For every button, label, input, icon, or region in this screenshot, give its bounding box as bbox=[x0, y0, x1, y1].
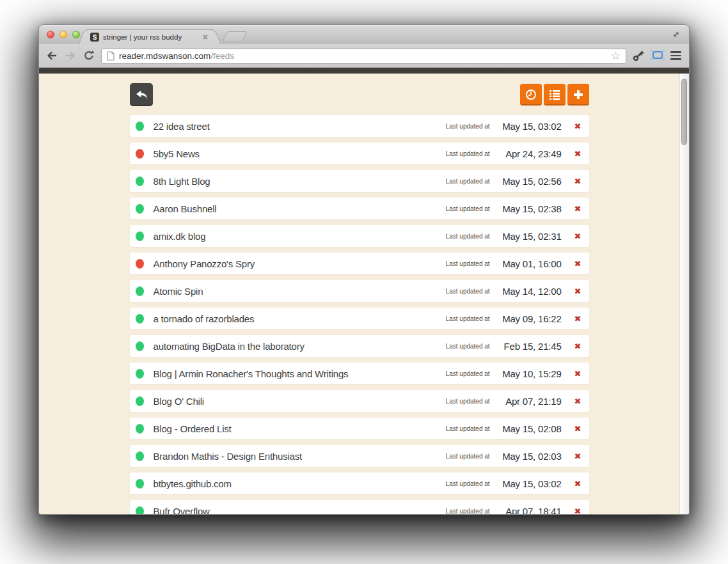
tab-title: stringer | your rss buddy bbox=[103, 33, 202, 41]
last-updated-label: Last updated at bbox=[446, 205, 490, 212]
traffic-lights bbox=[47, 31, 80, 38]
delete-feed-button[interactable]: ✖ bbox=[574, 480, 582, 488]
feed-row: Atomic Spin Last updated at May 14, 12:0… bbox=[130, 280, 589, 302]
feed-row: 22 idea street Last updated at May 15, 0… bbox=[130, 115, 589, 137]
last-updated-label: Last updated at bbox=[446, 508, 490, 515]
key-extension-icon[interactable] bbox=[632, 49, 645, 62]
last-updated-label: Last updated at bbox=[446, 260, 490, 267]
back-to-reader-button[interactable] bbox=[130, 83, 153, 106]
feed-status-dot bbox=[136, 176, 144, 186]
stringer-page: 22 idea street Last updated at May 15, 0… bbox=[39, 68, 689, 515]
feed-status-dot bbox=[136, 396, 144, 406]
delete-feed-button[interactable]: ✖ bbox=[574, 150, 582, 158]
delete-feed-button[interactable]: ✖ bbox=[574, 122, 582, 130]
tab-close-icon[interactable]: × bbox=[202, 33, 209, 42]
delete-feed-button[interactable]: ✖ bbox=[574, 287, 582, 295]
page-scrollbar[interactable] bbox=[679, 74, 689, 515]
delete-feed-button[interactable]: ✖ bbox=[574, 232, 582, 240]
last-updated-label: Last updated at bbox=[446, 343, 490, 350]
add-feed-button[interactable] bbox=[567, 84, 589, 106]
bookmark-star-icon[interactable]: ☆ bbox=[611, 51, 621, 61]
last-updated-date: May 15, 03:02 bbox=[498, 478, 562, 489]
feed-list: 22 idea street Last updated at May 15, 0… bbox=[130, 115, 589, 515]
titlebar[interactable]: S stringer | your rss buddy × bbox=[39, 25, 689, 44]
last-updated-date: May 09, 16:22 bbox=[498, 313, 562, 324]
list-icon bbox=[548, 88, 561, 101]
reload-icon[interactable] bbox=[83, 49, 95, 62]
feed-status-dot bbox=[136, 341, 144, 351]
delete-feed-button[interactable]: ✖ bbox=[574, 260, 582, 268]
last-updated-date: May 15, 02:31 bbox=[498, 231, 562, 242]
close-window-button[interactable] bbox=[47, 31, 54, 38]
feed-name: Anthony Panozzo's Spry bbox=[154, 258, 255, 269]
recently-read-button[interactable] bbox=[520, 84, 542, 106]
delete-feed-button[interactable]: ✖ bbox=[574, 370, 582, 378]
page-top-strip bbox=[39, 68, 689, 74]
delete-feed-button[interactable]: ✖ bbox=[574, 452, 582, 460]
forward-icon[interactable] bbox=[64, 49, 77, 62]
feed-row: btbytes.github.com Last updated at May 1… bbox=[130, 473, 589, 494]
feed-name: Blog O' Chili bbox=[154, 396, 204, 407]
delete-feed-button[interactable]: ✖ bbox=[574, 177, 582, 185]
feed-row: Brandon Mathis - Design Enthusiast Last … bbox=[130, 445, 589, 467]
feed-name: a tornado of razorblades bbox=[154, 313, 255, 324]
feed-status-dot bbox=[136, 149, 144, 159]
last-updated-date: Apr 07, 21:19 bbox=[498, 396, 562, 407]
menu-icon[interactable] bbox=[669, 50, 683, 61]
last-updated-date: Apr 24, 23:49 bbox=[498, 148, 562, 159]
url-bar[interactable]: reader.mdswanson.com/feeds ☆ bbox=[101, 48, 626, 64]
zoom-window-button[interactable] bbox=[72, 31, 80, 38]
feed-name: Atomic Spin bbox=[154, 286, 203, 297]
url-host: reader.mdswanson.com bbox=[119, 51, 210, 61]
feed-row: Blog O' Chili Last updated at Apr 07, 21… bbox=[130, 390, 589, 412]
fullscreen-icon[interactable] bbox=[672, 30, 681, 42]
feed-name: 8th Light Blog bbox=[154, 176, 210, 187]
scrollbar-thumb[interactable] bbox=[681, 79, 687, 145]
new-tab-button[interactable] bbox=[222, 31, 248, 42]
feed-status-dot bbox=[136, 231, 144, 241]
feed-row: automating BigData in the laboratory Las… bbox=[130, 335, 589, 357]
last-updated-label: Last updated at bbox=[446, 398, 490, 405]
last-updated-label: Last updated at bbox=[446, 425, 490, 432]
feed-row: 8th Light Blog Last updated at May 15, 0… bbox=[130, 170, 589, 192]
feed-row: Blog - Ordered List Last updated at May … bbox=[130, 418, 589, 439]
feed-row: Aaron Bushnell Last updated at May 15, 0… bbox=[130, 198, 589, 219]
delete-feed-button[interactable]: ✖ bbox=[574, 315, 582, 323]
back-icon[interactable] bbox=[45, 49, 58, 62]
delete-feed-button[interactable]: ✖ bbox=[574, 205, 582, 213]
last-updated-label: Last updated at bbox=[446, 480, 490, 487]
minimize-window-button[interactable] bbox=[59, 31, 67, 38]
feed-list-button[interactable] bbox=[544, 84, 566, 106]
feed-status-dot bbox=[136, 369, 144, 379]
reply-arrow-icon bbox=[134, 88, 148, 101]
feed-status-dot bbox=[136, 121, 144, 131]
last-updated-date: May 10, 15:29 bbox=[498, 368, 562, 379]
browser-window: S stringer | your rss buddy × reader.mds… bbox=[38, 24, 690, 515]
delete-feed-button[interactable]: ✖ bbox=[574, 342, 582, 350]
delete-feed-button[interactable]: ✖ bbox=[574, 397, 582, 405]
last-updated-date: May 15, 03:02 bbox=[498, 121, 562, 132]
clock-icon bbox=[525, 88, 537, 101]
last-updated-date: May 15, 02:38 bbox=[498, 203, 562, 214]
selection-extension-icon[interactable] bbox=[651, 49, 663, 62]
last-updated-label: Last updated at bbox=[446, 150, 490, 157]
last-updated-date: Apr 07, 18:41 bbox=[498, 506, 562, 515]
feed-status-dot bbox=[136, 259, 144, 269]
last-updated-date: Feb 15, 21:45 bbox=[498, 341, 562, 352]
last-updated-date: May 14, 12:00 bbox=[498, 286, 562, 297]
delete-feed-button[interactable]: ✖ bbox=[574, 425, 582, 433]
url-text: reader.mdswanson.com/feeds bbox=[119, 51, 234, 61]
feed-name: btbytes.github.com bbox=[154, 478, 232, 489]
favicon: S bbox=[90, 33, 99, 42]
last-updated-label: Last updated at bbox=[446, 315, 490, 322]
last-updated-label: Last updated at bbox=[446, 453, 490, 460]
feed-status-dot bbox=[136, 424, 144, 434]
last-updated-date: May 01, 16:00 bbox=[498, 258, 562, 269]
feed-status-dot bbox=[136, 204, 144, 214]
last-updated-date: May 15, 02:56 bbox=[498, 176, 562, 187]
last-updated-label: Last updated at bbox=[446, 233, 490, 240]
browser-tab[interactable]: S stringer | your rss buddy × bbox=[86, 29, 213, 44]
delete-feed-button[interactable]: ✖ bbox=[574, 507, 582, 515]
page-icon bbox=[107, 51, 115, 61]
feed-name: amix.dk blog bbox=[154, 231, 206, 242]
